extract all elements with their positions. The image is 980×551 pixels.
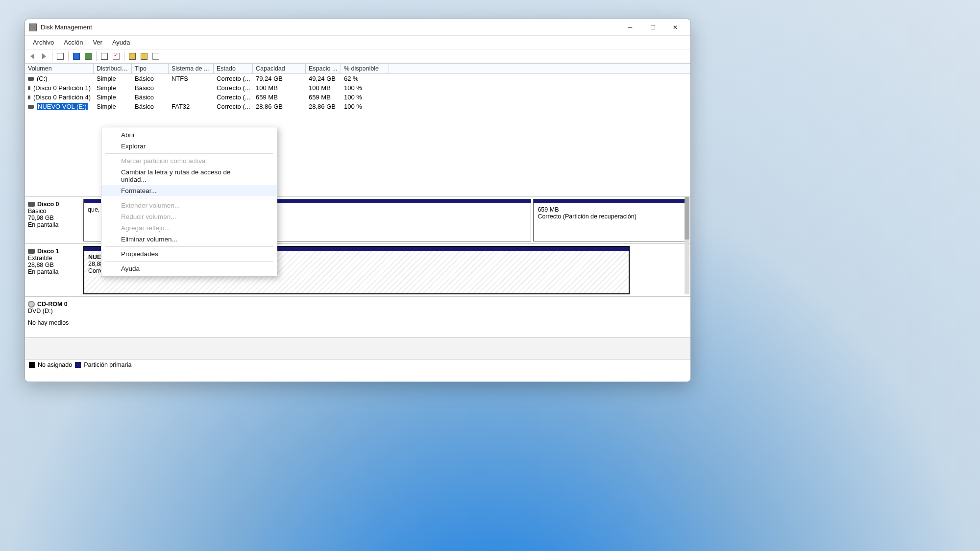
cell-espacio: 100 MB bbox=[306, 84, 341, 92]
table-row[interactable]: (C:)SimpleBásicoNTFSCorrecto (...79,24 G… bbox=[25, 74, 690, 83]
col-volumen[interactable]: Volumen bbox=[25, 64, 94, 73]
menu-ayuda[interactable]: Ayuda bbox=[107, 37, 135, 48]
wrench-icon bbox=[101, 53, 108, 60]
disk-status: En pantalla bbox=[28, 268, 78, 275]
panel-icon bbox=[57, 53, 64, 60]
volume-name: (Disco 0 Partición 4) bbox=[33, 94, 91, 101]
menu-item: Reducir volumen... bbox=[101, 211, 277, 222]
refresh-button[interactable] bbox=[83, 51, 94, 62]
col-capacidad[interactable]: Capacidad bbox=[253, 64, 306, 73]
cell-distro: Simple bbox=[94, 103, 132, 110]
disk-info[interactable]: Disco 0 Básico 79,98 GB En pantalla bbox=[25, 197, 81, 243]
partition-recovery[interactable]: 659 MB Correcto (Partición de recuperaci… bbox=[533, 199, 688, 241]
cell-estado: Correcto (... bbox=[214, 75, 253, 82]
arrow-right-icon bbox=[42, 53, 46, 59]
check-icon bbox=[113, 53, 120, 60]
cell-tipo: Básico bbox=[132, 75, 169, 82]
forward-button[interactable] bbox=[39, 51, 49, 62]
toolbar-separator bbox=[96, 51, 97, 61]
cell-cap: 28,86 GB bbox=[253, 103, 306, 110]
table-row[interactable]: (Disco 0 Partición 1)SimpleBásicoCorrect… bbox=[25, 83, 690, 93]
col-estado[interactable]: Estado bbox=[214, 64, 253, 73]
disk-info[interactable]: Disco 1 Extraíble 28,88 GB En pantalla bbox=[25, 244, 81, 296]
disk-row-cdrom: CD-ROM 0 DVD (D:) No hay medios bbox=[25, 297, 690, 338]
minimize-button[interactable]: ─ bbox=[619, 20, 641, 35]
menu-accion[interactable]: Acción bbox=[59, 37, 88, 48]
cell-distro: Simple bbox=[94, 84, 132, 92]
window-title: Disk Management bbox=[41, 24, 619, 31]
cell-tipo: Básico bbox=[132, 103, 169, 110]
cell-espacio: 28,86 GB bbox=[306, 103, 341, 110]
action-button[interactable] bbox=[127, 51, 138, 62]
volume-table-header: Volumen Distribución Tipo Sistema de ...… bbox=[25, 63, 690, 74]
cell-cap: 100 MB bbox=[253, 84, 306, 92]
maximize-button[interactable]: ☐ bbox=[641, 20, 664, 35]
cell-espacio: 49,24 GB bbox=[306, 75, 341, 82]
cell-estado: Correcto (... bbox=[214, 84, 253, 92]
cell-tipo: Básico bbox=[132, 94, 169, 101]
menu-item: Agregar reflejo... bbox=[101, 222, 277, 234]
titlebar[interactable]: Disk Management ─ ☐ ✕ bbox=[25, 19, 690, 36]
legend-primary-label: Partición primaria bbox=[84, 361, 131, 368]
back-button[interactable] bbox=[27, 51, 38, 62]
menu-item[interactable]: Abrir bbox=[101, 129, 277, 141]
menu-item: Extender volumen... bbox=[101, 200, 277, 211]
menu-archivo[interactable]: Archivo bbox=[28, 37, 59, 48]
cell-fs: NTFS bbox=[169, 75, 214, 82]
table-row[interactable]: NUEVO VOL (E:)SimpleBásicoFAT32Correcto … bbox=[25, 102, 690, 111]
table-row[interactable]: (Disco 0 Partición 4)SimpleBásicoCorrect… bbox=[25, 93, 690, 102]
cell-estado: Correcto (... bbox=[214, 103, 253, 110]
refresh-icon bbox=[85, 53, 92, 60]
disk-management-window: Disk Management ─ ☐ ✕ Archivo Acción Ver… bbox=[24, 19, 691, 382]
settings-button[interactable] bbox=[99, 51, 110, 62]
toolbar-separator bbox=[52, 51, 52, 61]
menu-separator bbox=[105, 246, 273, 247]
menu-item[interactable]: Eliminar volumen... bbox=[101, 234, 277, 245]
toolbar bbox=[25, 49, 690, 63]
help-button[interactable] bbox=[71, 51, 82, 62]
partition-status: Correcto (Partición de recuperación) bbox=[538, 213, 684, 220]
volume-name: (Disco 0 Partición 1) bbox=[33, 84, 91, 92]
cell-estado: Correcto (... bbox=[214, 94, 253, 101]
menu-item[interactable]: Cambiar la letra y rutas de acceso de un… bbox=[101, 167, 277, 185]
disk-info[interactable]: CD-ROM 0 DVD (D:) No hay medios bbox=[25, 297, 690, 337]
arrow-left-icon bbox=[30, 53, 34, 59]
action2-button[interactable] bbox=[139, 51, 149, 62]
col-distribucion[interactable]: Distribución bbox=[94, 64, 132, 73]
disk-icon bbox=[28, 249, 35, 254]
toolbar-separator bbox=[124, 51, 124, 61]
menu-item[interactable]: Ayuda bbox=[101, 263, 277, 274]
col-fs[interactable]: Sistema de ... bbox=[169, 64, 214, 73]
col-pct[interactable]: % disponible bbox=[341, 64, 389, 73]
volume-icon bbox=[28, 105, 34, 109]
menu-separator bbox=[105, 261, 273, 262]
menu-ver[interactable]: Ver bbox=[88, 37, 107, 48]
scrollbar[interactable] bbox=[685, 197, 689, 294]
disk-status: En pantalla bbox=[28, 221, 78, 228]
cdrom-icon bbox=[28, 301, 35, 308]
col-espacio[interactable]: Espacio ... bbox=[306, 64, 341, 73]
app-icon bbox=[29, 24, 37, 31]
menu-item[interactable]: Explorar bbox=[101, 141, 277, 152]
col-tipo[interactable]: Tipo bbox=[132, 64, 169, 73]
cell-distro: Simple bbox=[94, 94, 132, 101]
legend-primary-swatch bbox=[75, 362, 81, 368]
show-hide-button[interactable] bbox=[55, 51, 66, 62]
cell-distro: Simple bbox=[94, 75, 132, 82]
cell-pct: 100 % bbox=[341, 94, 389, 101]
menu-item[interactable]: Propiedades bbox=[101, 248, 277, 260]
check-button[interactable] bbox=[111, 51, 122, 62]
statusbar bbox=[25, 370, 690, 382]
cell-cap: 79,24 GB bbox=[253, 75, 306, 82]
volume-icon bbox=[28, 86, 30, 90]
volume-name: (C:) bbox=[37, 75, 48, 82]
toolbar-separator bbox=[68, 51, 69, 61]
cell-pct: 100 % bbox=[341, 103, 389, 110]
close-button[interactable]: ✕ bbox=[664, 20, 686, 35]
cell-espacio: 659 MB bbox=[306, 94, 341, 101]
context-menu: AbrirExplorarMarcar partición como activ… bbox=[101, 127, 277, 277]
help-icon bbox=[73, 53, 80, 60]
menu-item[interactable]: Formatear... bbox=[101, 185, 277, 196]
list-button[interactable] bbox=[150, 51, 161, 62]
legend-unassigned-label: No asignado bbox=[38, 361, 72, 368]
